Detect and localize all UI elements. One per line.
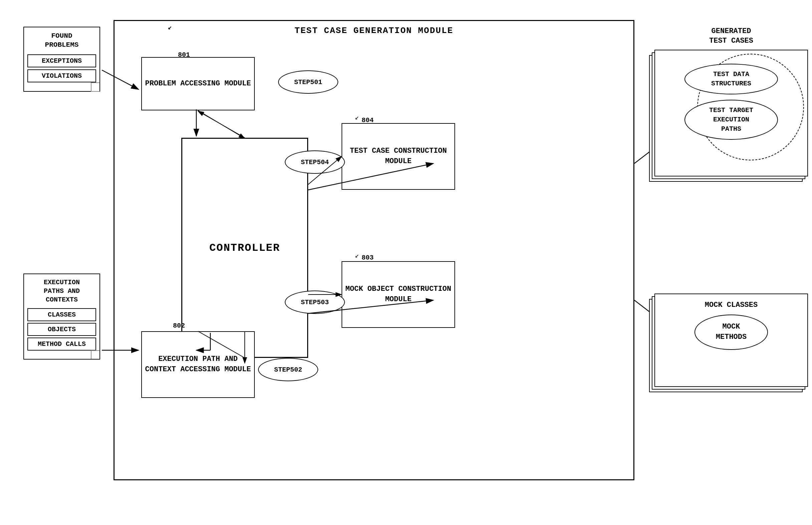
mock-module-box: MOCK OBJECT CONSTRUCTION MODULE: [342, 261, 455, 328]
violations-item: VIOLATIONS: [27, 70, 96, 82]
problem-module-label: PROBLEM ACCESSING MODULE: [145, 79, 251, 89]
mock-methods-oval: MOCKMETHODS: [695, 315, 768, 350]
step502-label: STEP502: [274, 366, 302, 374]
step503-label: STEP503: [301, 299, 329, 306]
mock-classes-group: MOCK CLASSES MOCKMETHODS: [654, 294, 808, 387]
exec-paths-doc: EXECUTIONPATHS ANDCONTEXTS CLASSES OBJEC…: [24, 273, 100, 360]
step504-oval: STEP504: [285, 150, 345, 174]
tc-module-box: TEST CASE CONSTRUCTION MODULE: [342, 123, 455, 190]
exec-module-label: EXECUTION PATH AND CONTEXT ACCESSING MOD…: [142, 354, 254, 375]
step501-label: STEP501: [294, 78, 322, 86]
gen-test-cases-doc: TEST DATASTRUCTURES TEST TARGETEXECUTION…: [654, 50, 808, 177]
step501-oval: STEP501: [278, 70, 338, 94]
found-problems-title: FOUND PROBLEMS: [27, 31, 96, 50]
controller-box: CONTROLLER: [181, 138, 308, 358]
step503-oval: STEP503: [285, 290, 345, 314]
mock-module-label: MOCK OBJECT CONSTRUCTION MODULE: [342, 284, 454, 305]
problem-module-box: PROBLEM ACCESSING MODULE: [141, 57, 255, 110]
tcg-module-title: TEST CASE GENERATION MODULE: [115, 21, 633, 38]
gen-test-cases-title: GENERATEDTEST CASES: [654, 27, 808, 46]
diagram-container: FOUND PROBLEMS EXCEPTIONS VIOLATIONS EXE…: [13, 13, 798, 510]
tcg-module-border: TEST CASE GENERATION MODULE 801 ↙ PROBLE…: [114, 20, 634, 480]
tc-module-label: TEST CASE CONSTRUCTION MODULE: [342, 146, 454, 167]
svg-line-2: [198, 111, 245, 138]
mock-classes-doc: MOCK CLASSES MOCKMETHODS: [654, 294, 808, 387]
svg-line-3: [198, 110, 245, 138]
generated-test-cases-group: GENERATEDTEST CASES TEST DATASTRUCTURES …: [654, 27, 808, 177]
mock-module-ref: 803: [362, 254, 374, 261]
test-target-execution-oval: TEST TARGETEXECUTIONPATHS: [684, 100, 778, 140]
mock-classes-title: MOCK CLASSES: [661, 301, 802, 309]
objects-item: OBJECTS: [27, 323, 96, 336]
exceptions-item: EXCEPTIONS: [27, 54, 96, 68]
test-data-structures-oval: TEST DATASTRUCTURES: [684, 64, 778, 94]
exec-paths-title: EXECUTIONPATHS ANDCONTEXTS: [27, 278, 96, 304]
step504-label: STEP504: [301, 159, 329, 166]
step502-oval: STEP502: [258, 358, 318, 381]
method-calls-item: METHOD CALLS: [27, 338, 96, 350]
found-problems-doc: FOUND PROBLEMS EXCEPTIONS VIOLATIONS: [24, 27, 100, 92]
exec-module-ref: 802: [173, 322, 185, 330]
classes-item: CLASSES: [27, 308, 96, 321]
exec-module-box: EXECUTION PATH AND CONTEXT ACCESSING MOD…: [141, 331, 255, 398]
controller-label: CONTROLLER: [209, 242, 280, 254]
